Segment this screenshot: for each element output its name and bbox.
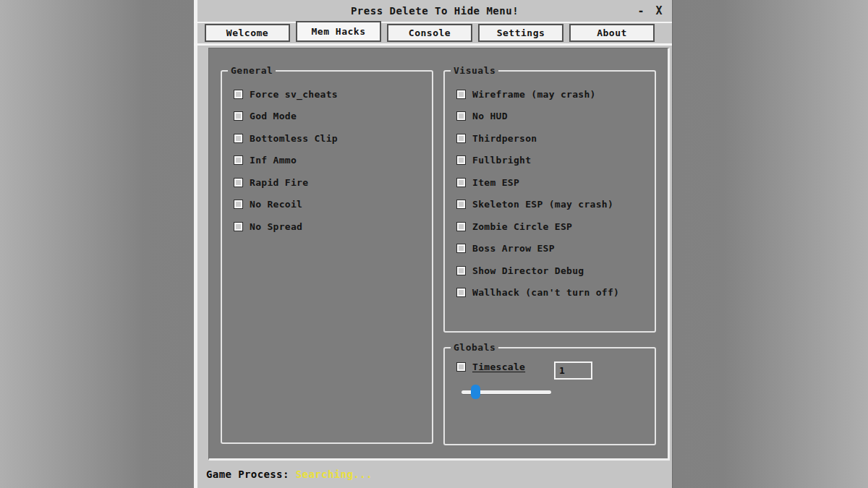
- checkbox-label[interactable]: Thirdperson: [472, 133, 537, 144]
- group-visuals-title: Visuals: [451, 65, 498, 76]
- checkbox-label[interactable]: No Spread: [250, 221, 302, 232]
- checkbox-label[interactable]: No Recoil: [250, 199, 302, 210]
- slider-thumb[interactable]: [471, 385, 480, 399]
- row-no-recoil: No Recoil: [222, 194, 432, 216]
- row-skeleton-esp: Skeleton ESP (may crash): [445, 194, 655, 216]
- checkbox[interactable]: [456, 134, 466, 143]
- checkbox-label[interactable]: Rapid Fire: [250, 177, 308, 188]
- checkbox[interactable]: [234, 134, 243, 143]
- checkbox-label[interactable]: Item ESP: [472, 177, 519, 188]
- tab-settings[interactable]: Settings: [478, 24, 563, 42]
- minimize-button[interactable]: -: [634, 4, 648, 18]
- checkbox[interactable]: [234, 155, 243, 165]
- tab-mem-hacks[interactable]: Mem Hacks: [296, 21, 381, 42]
- row-god-mode: God Mode: [222, 106, 432, 128]
- checkbox-label[interactable]: Wallhack (can't turn off): [472, 287, 619, 298]
- checkbox-label[interactable]: God Mode: [250, 111, 297, 121]
- checkbox-label[interactable]: Show Director Debug: [472, 265, 584, 276]
- row-timescale: Timescale: [456, 361, 525, 372]
- window-title: Press Delete To Hide Menu!: [197, 5, 672, 17]
- row-force-sv-cheats: Force sv_cheats: [222, 83, 432, 106]
- main-panel: General Force sv_cheats God Mode Bottoml…: [208, 48, 670, 461]
- checkbox[interactable]: [456, 222, 466, 231]
- row-wallhack: Wallhack (can't turn off): [445, 282, 655, 304]
- game-process-value: Searching...: [296, 468, 373, 480]
- checkbox-label[interactable]: Skeleton ESP (may crash): [472, 199, 613, 210]
- tabstrip-highlight: [194, 22, 672, 23]
- visuals-rows: Wireframe (may crash) No HUD Thirdperson…: [445, 83, 655, 304]
- game-process-label: Game Process:: [206, 468, 289, 480]
- checkbox-label[interactable]: Zombie Circle ESP: [472, 221, 572, 232]
- checkbox[interactable]: [456, 155, 466, 165]
- checkbox[interactable]: [456, 266, 466, 275]
- checkbox[interactable]: [456, 244, 466, 253]
- group-general-title: General: [228, 65, 276, 76]
- checkbox[interactable]: [456, 90, 466, 99]
- group-globals: Globals Timescale: [443, 347, 656, 445]
- status-bar: Game Process:Searching...: [206, 468, 373, 480]
- row-rapid-fire: Rapid Fire: [222, 171, 432, 194]
- checkbox[interactable]: [234, 178, 243, 187]
- checkbox[interactable]: [234, 200, 243, 209]
- checkbox-label[interactable]: No HUD: [472, 111, 508, 121]
- checkbox-label[interactable]: Fullbright: [472, 155, 531, 166]
- row-item-esp: Item ESP: [445, 171, 655, 194]
- timescale-input[interactable]: [554, 361, 592, 380]
- group-visuals: Visuals Wireframe (may crash) No HUD Thi…: [443, 70, 656, 333]
- row-no-spread: No Spread: [222, 215, 432, 238]
- row-show-director-debug: Show Director Debug: [445, 260, 655, 282]
- checkbox-label[interactable]: Bottomless Clip: [250, 133, 338, 144]
- checkbox[interactable]: [234, 111, 243, 121]
- tab-welcome[interactable]: Welcome: [205, 24, 290, 42]
- checkbox[interactable]: [234, 222, 243, 231]
- title-bar[interactable]: Press Delete To Hide Menu! - X: [197, 0, 672, 22]
- row-inf-ammo: Inf Ammo: [222, 150, 432, 172]
- general-rows: Force sv_cheats God Mode Bottomless Clip…: [222, 83, 432, 238]
- timescale-slider[interactable]: [461, 387, 551, 398]
- row-wireframe: Wireframe (may crash): [445, 83, 655, 106]
- tab-console[interactable]: Console: [387, 24, 472, 42]
- checkbox[interactable]: [456, 288, 466, 297]
- checkbox[interactable]: [456, 200, 466, 209]
- group-globals-title: Globals: [451, 342, 498, 353]
- row-no-hud: No HUD: [445, 106, 655, 128]
- app-window: Press Delete To Hide Menu! - X Welcome M…: [194, 0, 673, 488]
- row-thirdperson: Thirdperson: [445, 127, 655, 150]
- row-boss-arrow-esp: Boss Arrow ESP: [445, 238, 655, 260]
- panel-top-highlight: [194, 43, 672, 46]
- checkbox[interactable]: [234, 90, 243, 99]
- checkbox[interactable]: [456, 362, 466, 372]
- close-button[interactable]: X: [652, 4, 666, 18]
- timescale-label[interactable]: Timescale: [472, 361, 525, 372]
- row-fullbright: Fullbright: [445, 150, 655, 172]
- tab-about[interactable]: About: [569, 24, 655, 42]
- checkbox-label[interactable]: Force sv_cheats: [250, 89, 338, 100]
- group-general: General Force sv_cheats God Mode Bottoml…: [221, 70, 433, 444]
- checkbox[interactable]: [456, 111, 466, 121]
- row-zombie-circle-esp: Zombie Circle ESP: [445, 215, 655, 238]
- checkbox-label[interactable]: Inf Ammo: [250, 155, 297, 166]
- checkbox[interactable]: [456, 178, 466, 187]
- row-bottomless-clip: Bottomless Clip: [222, 127, 432, 150]
- checkbox-label[interactable]: Boss Arrow ESP: [472, 243, 555, 254]
- checkbox-label[interactable]: Wireframe (may crash): [472, 89, 596, 100]
